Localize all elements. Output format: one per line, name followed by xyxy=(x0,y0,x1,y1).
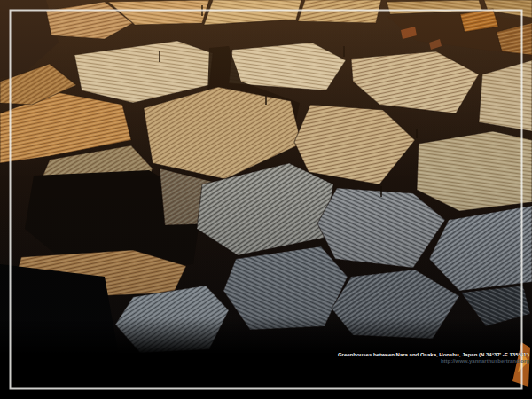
bottom-fade xyxy=(0,317,532,355)
caption-url[interactable]: http://www.yannarthusbertrand.org xyxy=(338,358,529,364)
scene-svg xyxy=(0,0,532,399)
caption-title: Greenhouses between Nara and Osaka, Hons… xyxy=(338,352,529,358)
photo-caption: Greenhouses between Nara and Osaka, Hons… xyxy=(338,352,529,364)
wallpaper-photo: Greenhouses between Nara and Osaka, Hons… xyxy=(0,0,532,399)
